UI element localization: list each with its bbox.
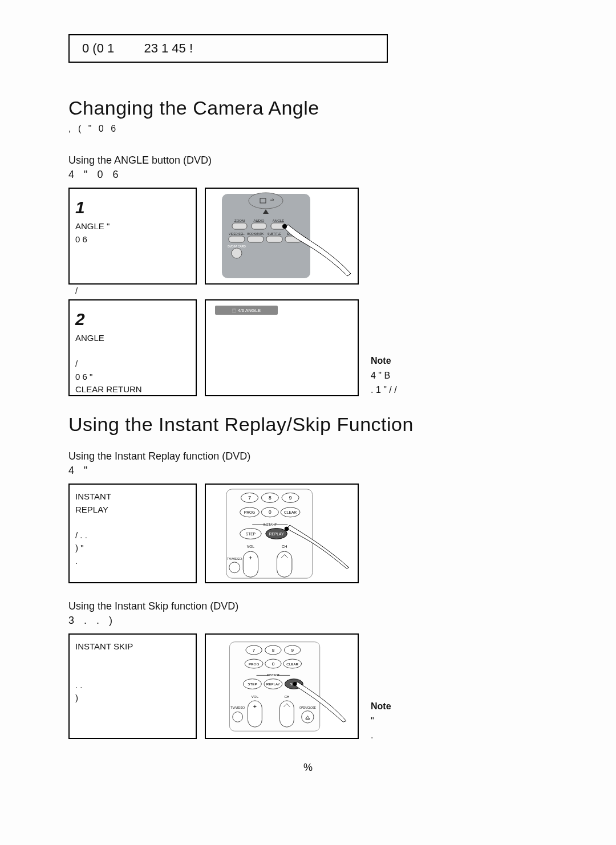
note-box-2: Note " . <box>371 699 513 743</box>
note2-text: " . <box>371 714 513 743</box>
angle-overlay-illustration: ⬚ 4/6 ANGLE <box>210 302 353 393</box>
section2-title: Using the Instant Replay/Skip Function <box>68 413 548 436</box>
section2-usingsub: 4 " <box>68 465 548 477</box>
remote-skip-illustration: 7 8 9 PROG 0 CLEAR INSTANT STEP REPLAY S… <box>210 641 353 732</box>
section1-sub: , ( " 0 6 <box>68 124 548 134</box>
svg-point-79 <box>233 712 243 722</box>
svg-text:8: 8 <box>269 494 271 500</box>
note-box-1: Note 4 " B . 1 " / / <box>371 354 530 397</box>
svg-text:TV/VIDEO: TV/VIDEO <box>227 557 242 560</box>
section1-usingline: Using the ANGLE button (DVD) <box>68 155 548 166</box>
replay-textbox: INSTANT REPLAY / . . ) " . <box>68 484 197 583</box>
step1-remote-image: ZOOM AUDIO ANGLE VIDEO SEL. BOOKMARK SUB… <box>205 188 359 285</box>
svg-rect-14 <box>266 236 282 242</box>
replay-remote-image: 7 8 9 PROG 0 CLEAR INSTANT STEP REPLAY V… <box>205 484 359 583</box>
note1-label: Note <box>371 354 530 368</box>
svg-text:REPLAY: REPLAY <box>269 531 284 535</box>
svg-text:VOL: VOL <box>252 694 259 698</box>
svg-text:ANGLE: ANGLE <box>273 219 284 222</box>
svg-text:9: 9 <box>291 647 294 652</box>
svg-point-50 <box>285 526 289 531</box>
svg-rect-6 <box>252 223 266 229</box>
section3-usingsub: 3 . . ) <box>68 615 548 627</box>
svg-text:PROG: PROG <box>244 510 255 514</box>
svg-text:0: 0 <box>272 661 275 666</box>
svg-text:+: + <box>249 554 253 561</box>
svg-point-83 <box>293 682 297 686</box>
svg-rect-10 <box>229 236 245 242</box>
svg-text:AUDIO: AUDIO <box>253 219 264 222</box>
svg-text:VIDEO SEL.: VIDEO SEL. <box>229 232 245 235</box>
svg-point-49 <box>229 562 240 572</box>
svg-text:CLEAR: CLEAR <box>284 510 297 514</box>
svg-text:PROG: PROG <box>249 661 259 665</box>
svg-text:REPLAY: REPLAY <box>266 682 281 686</box>
section2-usingline: Using the Instant Replay function (DVD) <box>68 450 548 462</box>
skip-textbox: INSTANT SKIP . . ) <box>68 633 197 739</box>
section-instant-replay: Using the Instant Replay/Skip Function U… <box>68 413 548 583</box>
svg-text:9: 9 <box>289 494 292 500</box>
svg-text:⬚ 4/6 ANGLE: ⬚ 4/6 ANGLE <box>232 308 261 313</box>
remote-replay-illustration: 7 8 9 PROG 0 CLEAR INSTANT STEP REPLAY V… <box>210 488 353 579</box>
svg-rect-12 <box>248 236 264 242</box>
svg-text:STEP: STEP <box>248 682 257 686</box>
svg-text:BOOKMARK: BOOKMARK <box>248 232 265 235</box>
svg-text:7: 7 <box>248 494 251 500</box>
step2-text: ANGLE / 0 6 " CLEAR RETURN <box>75 332 190 396</box>
step2-box: 2 ANGLE / 0 6 " CLEAR RETURN <box>68 299 197 396</box>
note1-text: 4 " B . 1 " / / <box>371 368 530 397</box>
svg-rect-77 <box>279 700 294 726</box>
step1-text: ANGLE " 0 6 / <box>75 220 190 297</box>
svg-point-81 <box>302 710 314 722</box>
svg-text:8: 8 <box>272 647 275 652</box>
svg-text:OPEN/CLOSE: OPEN/CLOSE <box>299 706 316 709</box>
note2-label: Note <box>371 699 513 714</box>
banner-right: 23 1 45 ! <box>144 41 193 55</box>
section1-title: Changing the Camera Angle <box>68 97 548 119</box>
svg-text:VOL: VOL <box>247 545 255 549</box>
svg-text:CH: CH <box>284 694 289 698</box>
remote-angle-illustration: ZOOM AUDIO ANGLE VIDEO SEL. BOOKMARK SUB… <box>210 190 353 282</box>
svg-point-18 <box>232 248 242 258</box>
svg-text:CLEAR: CLEAR <box>286 661 298 665</box>
section-instant-skip: Using the Instant Skip function (DVD) 3 … <box>68 600 548 739</box>
step2-screen-image: ⬚ 4/6 ANGLE <box>205 299 359 396</box>
section1-usingsub: 4 " 0 6 <box>68 169 548 181</box>
svg-text:DVD/M.CARD: DVD/M.CARD <box>228 245 246 248</box>
step1-box: 1 ANGLE " 0 6 / <box>68 188 197 285</box>
section-camera-angle: Changing the Camera Angle , ( " 0 6 Usin… <box>68 97 548 396</box>
svg-rect-4 <box>232 223 247 229</box>
skip-remote-image: 7 8 9 PROG 0 CLEAR INSTANT STEP REPLAY S… <box>205 633 359 739</box>
step1-number: 1 <box>75 198 85 217</box>
banner-left: 0 (0 1 <box>82 41 114 55</box>
svg-rect-47 <box>277 551 292 577</box>
svg-text:ZOOM: ZOOM <box>234 219 245 222</box>
skip-text: INSTANT SKIP . . ) <box>75 640 190 705</box>
svg-text:TV/VIDEO: TV/VIDEO <box>230 706 245 709</box>
svg-text:SUBTITLE: SUBTITLE <box>268 232 282 235</box>
replay-text: INSTANT REPLAY / . . ) " . <box>75 490 190 567</box>
step2-number: 2 <box>75 310 85 328</box>
svg-text:7: 7 <box>253 647 256 652</box>
svg-text:+: + <box>253 703 257 710</box>
top-banner: 0 (0 1 23 1 45 ! <box>68 34 388 63</box>
page-number: % <box>68 762 548 774</box>
svg-text:0: 0 <box>269 509 271 515</box>
svg-point-20 <box>282 224 287 229</box>
section3-usingline: Using the Instant Skip function (DVD) <box>68 600 548 612</box>
svg-text:STEP: STEP <box>246 531 256 535</box>
svg-text:CH: CH <box>282 545 287 549</box>
